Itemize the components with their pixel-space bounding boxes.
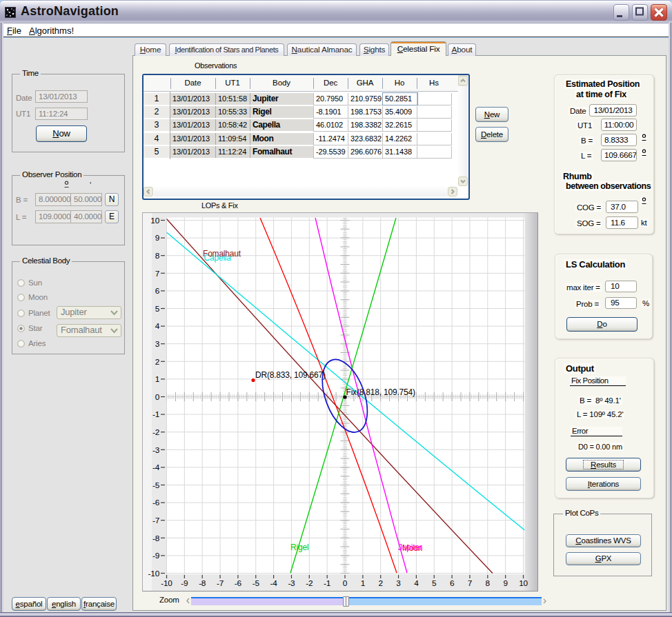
svg-text:Jupiter: Jupiter: [398, 543, 422, 552]
svg-text:-10: -10: [148, 569, 160, 578]
svg-text:9: 9: [503, 578, 507, 588]
svg-text:-5: -5: [152, 481, 160, 490]
svg-text:8: 8: [155, 251, 160, 261]
svg-text:-9: -9: [181, 578, 188, 588]
svg-text:9: 9: [155, 233, 159, 243]
svg-text:-4: -4: [152, 463, 160, 472]
svg-text:2: 2: [155, 357, 159, 367]
svg-text:DR(8.833, 109.667): DR(8.833, 109.667): [255, 370, 326, 380]
svg-text:-8: -8: [152, 534, 160, 543]
svg-text:10: 10: [150, 216, 159, 225]
svg-text:-3: -3: [288, 578, 295, 588]
svg-text:8: 8: [486, 578, 491, 588]
svg-text:1: 1: [361, 578, 365, 588]
svg-text:-6: -6: [235, 578, 242, 588]
svg-text:-3: -3: [152, 445, 160, 455]
svg-text:4: 4: [414, 578, 419, 588]
svg-text:10: 10: [519, 578, 528, 588]
svg-text:7: 7: [155, 269, 159, 279]
svg-text:-10: -10: [161, 578, 172, 588]
svg-text:6: 6: [155, 286, 160, 296]
svg-text:Rigel: Rigel: [290, 543, 308, 552]
svg-text:7: 7: [468, 578, 472, 588]
svg-text:-4: -4: [270, 578, 278, 588]
svg-text:-2: -2: [306, 578, 313, 588]
svg-text:-9: -9: [152, 551, 159, 560]
svg-text:0: 0: [155, 392, 160, 402]
svg-text:-1: -1: [324, 578, 330, 588]
svg-text:-2: -2: [152, 427, 159, 437]
svg-text:5: 5: [432, 578, 437, 588]
svg-text:-8: -8: [199, 578, 206, 588]
svg-text:Fix(8.818, 109.754): Fix(8.818, 109.754): [346, 387, 415, 397]
svg-text:-6: -6: [152, 498, 160, 507]
svg-text:0: 0: [343, 578, 348, 588]
svg-text:Fomalhaut: Fomalhaut: [203, 249, 241, 259]
svg-text:1: 1: [155, 374, 159, 384]
svg-text:6: 6: [450, 578, 455, 588]
svg-text:-1: -1: [152, 409, 159, 419]
svg-text:-7: -7: [152, 516, 159, 525]
svg-text:4: 4: [155, 321, 160, 331]
svg-text:-5: -5: [253, 578, 260, 588]
svg-text:-7: -7: [217, 578, 224, 588]
svg-text:3: 3: [396, 578, 401, 588]
svg-text:3: 3: [155, 339, 160, 349]
svg-text:2: 2: [379, 578, 383, 588]
svg-text:5: 5: [155, 304, 160, 314]
